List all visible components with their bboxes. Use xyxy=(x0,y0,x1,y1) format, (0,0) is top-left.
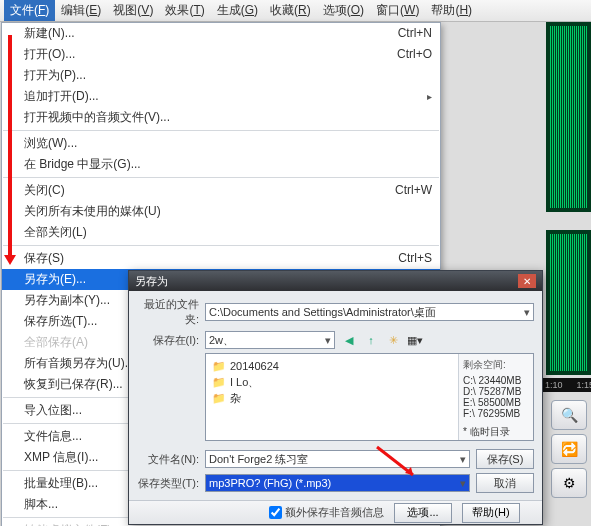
filename-input[interactable]: Don't Forge2 练习室 xyxy=(205,450,470,468)
drive-entry: F:\ 76295MB xyxy=(463,408,529,419)
freespace-panel: 剩余空间: C:\ 23440MBD:\ 75287MBE:\ 58500MBF… xyxy=(458,354,533,440)
menubar-item[interactable]: 帮助(H) xyxy=(425,0,478,21)
filetype-label: 保存类型(T): xyxy=(137,476,199,491)
save-as-dialog: 另存为 ✕ 最近的文件夹: C:\Documents and Settings\… xyxy=(128,270,543,525)
timeline-tick: 1:15 xyxy=(577,380,591,390)
dialog-titlebar: 另存为 ✕ xyxy=(129,271,542,291)
extra-save-checkbox[interactable]: 额外保存非音频信息 xyxy=(269,505,384,520)
menubar: 文件(F)编辑(E)视图(V)效果(T)生成(G)收藏(R)选项(O)窗口(W)… xyxy=(0,0,591,22)
menubar-item[interactable]: 选项(O) xyxy=(317,0,370,21)
filetype-combo[interactable]: mp3PRO? (FhG) (*.mp3) xyxy=(205,474,470,492)
menu-item[interactable]: 打开(O)...Ctrl+O xyxy=(2,44,440,65)
save-in-combo[interactable]: 2w、 xyxy=(205,331,335,349)
repeat-tool-icon[interactable]: 🔁 xyxy=(551,434,587,464)
drive-entry: D:\ 75287MB xyxy=(463,386,529,397)
menubar-item[interactable]: 生成(G) xyxy=(211,0,264,21)
zoom-tool-icon[interactable]: 🔍 xyxy=(551,400,587,430)
menu-item[interactable]: 追加打开(D)... xyxy=(2,86,440,107)
cancel-button[interactable]: 取消 xyxy=(476,473,534,493)
list-item[interactable]: I Lo、 xyxy=(212,374,452,390)
waveform-panel-2 xyxy=(546,230,591,375)
back-icon[interactable]: ◀ xyxy=(341,332,357,348)
menu-item[interactable]: 浏览(W)... xyxy=(2,133,440,154)
folder-listbox[interactable]: 20140624I Lo、杂 剩余空间: C:\ 23440MBD:\ 7528… xyxy=(205,353,534,441)
menubar-item[interactable]: 文件(F) xyxy=(4,0,55,21)
new-folder-icon[interactable]: ✳ xyxy=(385,332,401,348)
list-item[interactable]: 杂 xyxy=(212,390,452,406)
config-tool-icon[interactable]: ⚙ xyxy=(551,468,587,498)
recent-folder-label: 最近的文件夹: xyxy=(137,297,199,327)
menubar-item[interactable]: 编辑(E) xyxy=(55,0,107,21)
help-button[interactable]: 帮助(H) xyxy=(462,503,520,523)
up-icon[interactable]: ↑ xyxy=(363,332,379,348)
view-menu-icon[interactable]: ▦▾ xyxy=(407,332,423,348)
menubar-item[interactable]: 视图(V) xyxy=(107,0,159,21)
close-icon[interactable]: ✕ xyxy=(518,274,536,288)
folder-view: 20140624I Lo、杂 xyxy=(206,354,458,440)
drive-entry: C:\ 23440MB xyxy=(463,375,529,386)
save-in-label: 保存在(I): xyxy=(137,333,199,348)
menu-item[interactable]: 全部关闭(L) xyxy=(2,222,440,243)
menu-item[interactable]: 关闭(C)Ctrl+W xyxy=(2,180,440,201)
timeline-ruler: 1:10 1:15 xyxy=(541,378,591,392)
dialog-title: 另存为 xyxy=(135,274,168,289)
save-button[interactable]: 保存(S) xyxy=(476,449,534,469)
filename-label: 文件名(N): xyxy=(137,452,199,467)
menu-item[interactable]: 保存(S)Ctrl+S xyxy=(2,248,440,269)
menu-item[interactable]: 新建(N)...Ctrl+N xyxy=(2,23,440,44)
tempdir-label: * 临时目录 xyxy=(463,425,529,439)
timeline-tick: 1:10 xyxy=(545,380,563,390)
menu-item[interactable]: 在 Bridge 中显示(G)... xyxy=(2,154,440,175)
options-button[interactable]: 选项... xyxy=(394,503,452,523)
menu-item[interactable]: 打开视频中的音频文件(V)... xyxy=(2,107,440,128)
list-item[interactable]: 20140624 xyxy=(212,358,452,374)
menubar-item[interactable]: 效果(T) xyxy=(159,0,210,21)
menu-item[interactable]: 打开为(P)... xyxy=(2,65,440,86)
menu-item[interactable]: 关闭所有未使用的媒体(U) xyxy=(2,201,440,222)
waveform-panel-1 xyxy=(546,22,591,212)
drive-entry: E:\ 58500MB xyxy=(463,397,529,408)
menubar-item[interactable]: 窗口(W) xyxy=(370,0,425,21)
menubar-item[interactable]: 收藏(R) xyxy=(264,0,317,21)
freespace-label: 剩余空间: xyxy=(463,358,529,372)
extra-save-check-input[interactable] xyxy=(269,506,282,519)
zoom-toolbar: 🔍 🔁 ⚙ xyxy=(551,400,587,498)
recent-folder-combo[interactable]: C:\Documents and Settings\Administrator\… xyxy=(205,303,534,321)
dialog-bottom-bar: 额外保存非音频信息 选项... 帮助(H) xyxy=(129,500,542,524)
